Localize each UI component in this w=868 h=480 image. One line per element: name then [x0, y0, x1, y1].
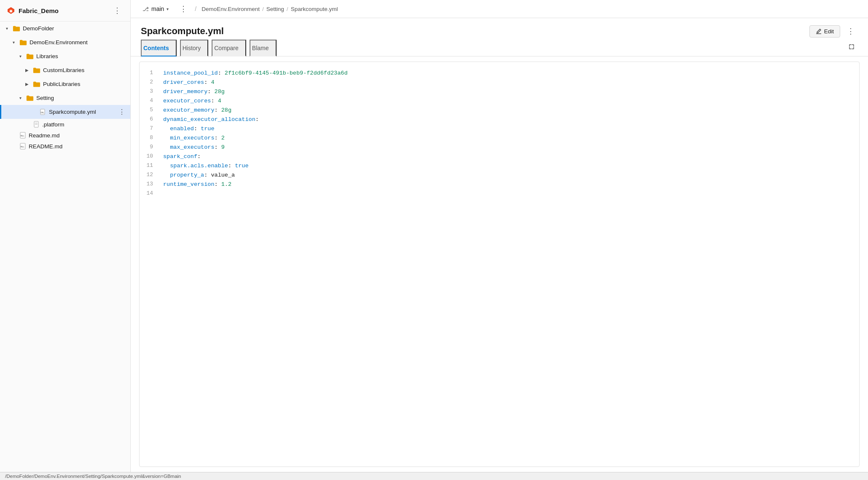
breadcrumb: DemoEnv.Environment/Setting/Sparkcompute…	[202, 6, 860, 12]
tree-item-platform[interactable]: .platform	[0, 119, 130, 130]
folder-icon	[33, 80, 40, 88]
file-more-button[interactable]: ⋮	[844, 25, 858, 38]
fabric-logo-icon	[7, 6, 15, 15]
tree-item-readme-md2[interactable]: Md↓README.md	[0, 141, 130, 152]
md-file-icon: Md↓	[19, 132, 26, 139]
line-number: 12	[140, 171, 160, 180]
edit-label: Edit	[824, 28, 834, 35]
sidebar-header: Fabric_Demo ⋮	[0, 0, 130, 21]
breadcrumb-item-1[interactable]: Setting	[266, 6, 284, 12]
chevron-icon: ▾	[17, 95, 24, 102]
sidebar-more-button[interactable]: ⋮	[111, 5, 124, 16]
app-title: Fabric_Demo	[19, 7, 59, 14]
tree-item-demofolder[interactable]: ▾DemoFolder⋮	[0, 21, 130, 35]
line-content: executor_memory: 28g	[160, 106, 859, 115]
chevron-icon: ▶	[24, 67, 30, 74]
line-number: 2	[140, 78, 160, 87]
line-content: spark.acls.enable: true	[160, 161, 859, 171]
branch-selector[interactable]: ⎇ main ▾	[139, 4, 172, 14]
expand-button[interactable]	[845, 40, 858, 55]
status-bar: /DemoFolder/DemoEnv.Environment/Setting/…	[0, 472, 868, 480]
breadcrumb-sep-1: /	[262, 6, 264, 12]
code-line: 14	[140, 189, 859, 198]
md-file-icon: Md↓	[19, 143, 26, 150]
item-more-button[interactable]: ⋮	[115, 107, 129, 117]
sidebar-title-area: Fabric_Demo	[7, 6, 59, 15]
code-line: 6dynamic_executor_allocation:	[140, 115, 859, 124]
breadcrumb-sep-2: /	[287, 6, 288, 12]
breadcrumb-item-0[interactable]: DemoEnv.Environment	[202, 6, 260, 12]
line-number: 14	[140, 189, 160, 198]
svg-text:YML: YML	[40, 111, 44, 114]
svg-text:Md↓: Md↓	[21, 145, 24, 148]
line-content: max_executors: 9	[160, 143, 859, 152]
file-title: Sparkcompute.yml	[141, 26, 224, 37]
status-path: /DemoFolder/DemoEnv.Environment/Setting/…	[5, 474, 181, 479]
line-content: enabled: true	[160, 124, 859, 134]
line-content: dynamic_executor_allocation:	[160, 115, 859, 124]
code-line: 7 enabled: true	[140, 124, 859, 134]
line-number: 7	[140, 124, 160, 134]
branch-name: main	[151, 5, 164, 12]
tabs-bar: ContentsHistoryCompareBlame	[131, 39, 868, 56]
tab-compare[interactable]: Compare	[212, 40, 246, 56]
item-label: DemoFolder	[23, 25, 54, 32]
tree-item-customlibraries[interactable]: ▶CustomLibraries⋮	[0, 63, 130, 77]
edit-button[interactable]: Edit	[809, 25, 840, 38]
tree-item-demoenv[interactable]: ▾DemoEnv.Environment⋮	[0, 35, 130, 49]
yml-file-icon: YML	[40, 109, 46, 115]
chevron-down-icon: ▾	[167, 7, 169, 11]
tab-contents[interactable]: Contents	[141, 40, 177, 56]
item-label: PublicLibraries	[43, 81, 81, 87]
line-number: 4	[140, 97, 160, 106]
item-label: Sparkcompute.yml	[49, 109, 96, 115]
tree-item-publiclibraries[interactable]: ▶PublicLibraries⋮	[0, 77, 130, 91]
tree-item-libraries[interactable]: ▾Libraries⋮	[0, 49, 130, 63]
chevron-icon: ▾	[3, 25, 10, 32]
expand-icon	[849, 44, 855, 50]
line-content: instance_pool_id: 2f1c6bf9-4145-491b-beb…	[160, 69, 859, 78]
line-content: executor_cores: 4	[160, 97, 859, 106]
chevron-icon: ▶	[24, 81, 30, 88]
sidebar: Fabric_Demo ⋮ ▾DemoFolder⋮▾DemoEnv.Envir…	[0, 0, 131, 472]
tree-item-setting[interactable]: ▾Setting⋮	[0, 91, 130, 105]
branch-icon: ⎇	[142, 6, 149, 12]
line-content: driver_memory: 28g	[160, 87, 859, 97]
code-line: 4executor_cores: 4	[140, 97, 859, 106]
edit-icon	[816, 28, 822, 34]
code-line: 11 spark.acls.enable: true	[140, 161, 859, 171]
folder-icon	[33, 67, 40, 74]
code-line: 5executor_memory: 28g	[140, 106, 859, 115]
tree-item-sparkcompute[interactable]: YMLSparkcompute.yml⋮	[0, 105, 130, 119]
code-line: 9 max_executors: 9	[140, 143, 859, 152]
chevron-icon: ▾	[10, 39, 17, 46]
folder-icon	[26, 94, 34, 102]
item-label: README.md	[29, 143, 62, 150]
line-content: spark_conf:	[160, 152, 859, 161]
line-content: property_a: value_a	[160, 171, 859, 180]
tab-history[interactable]: History	[180, 40, 209, 56]
folder-icon	[26, 53, 34, 60]
line-number: 11	[140, 161, 160, 171]
code-line: 12 property_a: value_a	[140, 171, 859, 180]
folder-icon	[13, 25, 20, 32]
line-number: 5	[140, 106, 160, 115]
line-number: 9	[140, 143, 160, 152]
breadcrumb-item-2[interactable]: Sparkcompute.yml	[291, 6, 338, 12]
item-label: .platform	[42, 121, 64, 128]
chevron-icon: ▾	[17, 53, 24, 60]
line-number: 1	[140, 69, 160, 78]
tab-blame[interactable]: Blame	[250, 40, 277, 56]
line-content	[160, 189, 859, 198]
line-number: 6	[140, 115, 160, 124]
tree-item-readme-md[interactable]: Md↓Readme.md	[0, 130, 130, 141]
code-table: 1instance_pool_id: 2f1c6bf9-4145-491b-be…	[140, 69, 859, 198]
item-label: Setting	[36, 95, 54, 101]
file-tree: ▾DemoFolder⋮▾DemoEnv.Environment⋮▾Librar…	[0, 21, 130, 152]
code-line: 13runtime_version: 1.2	[140, 180, 859, 189]
file-icon	[33, 121, 40, 128]
item-label: CustomLibraries	[43, 67, 84, 73]
line-number: 3	[140, 87, 160, 97]
topbar-more-button[interactable]: ⋮	[177, 3, 190, 14]
main-content: ⎇ main ▾ ⋮ / DemoEnv.Environment/Setting…	[131, 0, 868, 472]
